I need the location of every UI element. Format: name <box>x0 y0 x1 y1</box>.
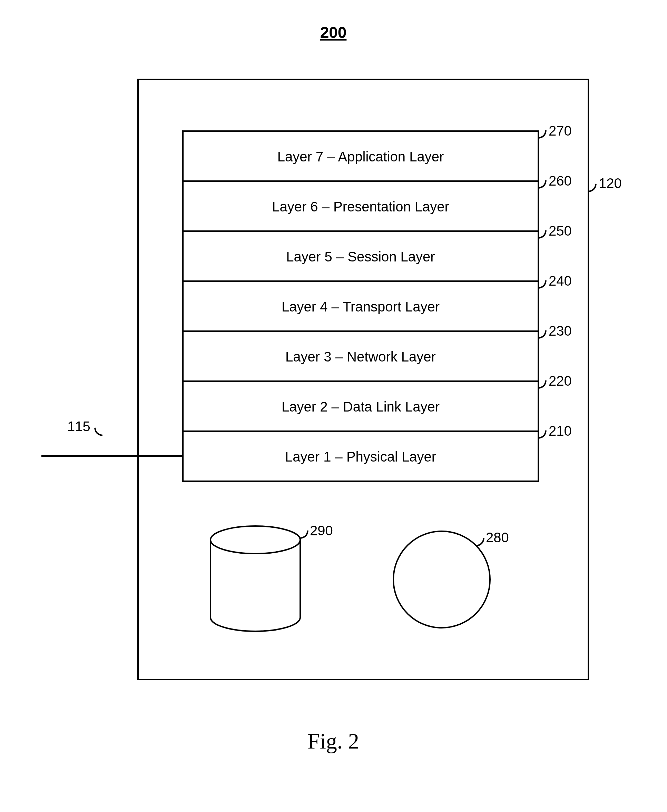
layer-ref: 260 <box>549 173 572 188</box>
device-box <box>138 80 588 679</box>
ref-hook <box>538 181 546 188</box>
layer-ref: 210 <box>549 423 572 438</box>
layer-ref: 240 <box>549 273 572 288</box>
ref-hook <box>538 130 546 138</box>
layer-label: Layer 5 – Session Layer <box>286 249 435 264</box>
layer-label: Layer 7 – Application Layer <box>277 149 444 164</box>
ref-hook <box>538 431 546 438</box>
layer-stack: Layer 7 – Application Layer 270 Layer 6 … <box>183 123 572 481</box>
layer-ref: 230 <box>549 323 572 338</box>
ref-290: 290 <box>310 523 333 538</box>
ref-280: 280 <box>486 530 509 545</box>
ref-hook <box>538 280 546 288</box>
title-ref: 200 <box>320 23 347 41</box>
ref-hook-290 <box>300 530 308 538</box>
ref-hook-120 <box>588 184 596 191</box>
layer-label: Layer 3 – Network Layer <box>285 349 436 364</box>
svg-point-0 <box>211 526 300 553</box>
cylinder-icon <box>211 526 300 631</box>
ref-hook-280 <box>476 538 484 546</box>
layer-label: Layer 4 – Transport Layer <box>282 299 440 314</box>
layer-label: Layer 1 – Physical Layer <box>285 449 436 464</box>
diagram-canvas: 200 120 Layer 7 – Application Layer 270 … <box>0 0 667 812</box>
circle-icon <box>393 531 490 628</box>
layer-label: Layer 2 – Data Link Layer <box>282 399 440 414</box>
layer-ref: 250 <box>549 223 572 239</box>
layer-ref: 220 <box>549 373 572 388</box>
ref-115: 115 <box>67 419 90 434</box>
ref-120: 120 <box>599 176 622 191</box>
ref-hook <box>538 230 546 238</box>
figure-caption: Fig. 2 <box>307 729 359 753</box>
ref-hook <box>538 381 546 388</box>
layer-label: Layer 6 – Presentation Layer <box>272 199 449 214</box>
ref-hook <box>538 330 546 338</box>
ref-hook-115 <box>95 428 103 435</box>
layer-ref: 270 <box>549 123 572 138</box>
